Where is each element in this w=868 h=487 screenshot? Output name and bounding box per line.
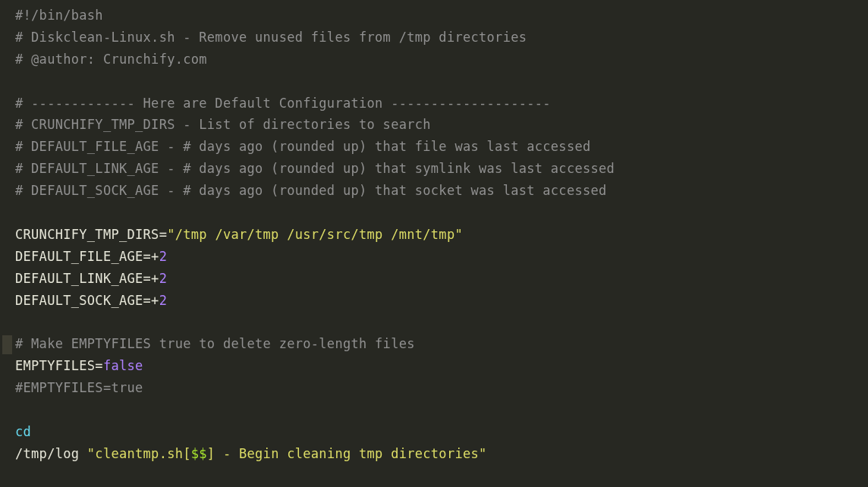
code-line: DEFAULT_SOCK_AGE=+2 [15, 293, 167, 308]
code-line: DEFAULT_FILE_AGE=+2 [15, 249, 167, 264]
code-line: #!/bin/bash [15, 8, 103, 23]
code-line: # @author: Crunchify.com [15, 52, 207, 67]
code-line: # DEFAULT_FILE_AGE - # days ago (rounded… [15, 139, 591, 154]
code-line: # ------------- Here are Default Configu… [15, 96, 551, 111]
code-line: DEFAULT_LINK_AGE=+2 [15, 271, 167, 286]
editor-gutter [0, 0, 14, 487]
code-line: # CRUNCHIFY_TMP_DIRS - List of directori… [15, 117, 431, 132]
code-editor[interactable]: #!/bin/bash # Diskclean-Linux.sh - Remov… [0, 0, 868, 487]
code-line: # DEFAULT_LINK_AGE - # days ago (rounded… [15, 161, 615, 176]
code-line: # Diskclean-Linux.sh - Remove unused fil… [15, 30, 527, 45]
code-line: # DEFAULT_SOCK_AGE - # days ago (rounded… [15, 183, 607, 198]
code-area[interactable]: #!/bin/bash # Diskclean-Linux.sh - Remov… [14, 0, 615, 487]
code-line: /tmp/log "cleantmp.sh[$$] - Begin cleani… [15, 446, 487, 461]
code-line: EMPTYFILES=false [15, 358, 143, 373]
code-line: # Make EMPTYFILES true to delete zero-le… [15, 336, 415, 351]
code-line: #EMPTYFILES=true [15, 380, 143, 395]
code-line: cd [15, 424, 31, 439]
code-line: CRUNCHIFY_TMP_DIRS="/tmp /var/tmp /usr/s… [15, 227, 463, 242]
